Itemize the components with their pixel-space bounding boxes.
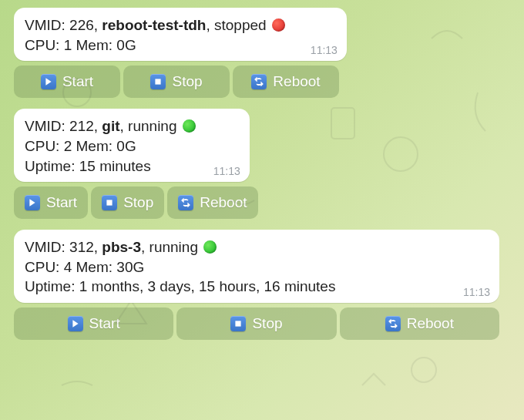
uptime-label: Uptime: bbox=[25, 278, 75, 294]
reboot-label: Reboot bbox=[200, 194, 247, 211]
vm-message: VMID: 212, git, running CPU: 2 Mem: 0G U… bbox=[14, 109, 250, 182]
mem-value: 0G bbox=[116, 138, 136, 154]
vm-status: running bbox=[128, 118, 176, 134]
start-button[interactable]: Start bbox=[14, 186, 88, 219]
reboot-button[interactable]: Reboot bbox=[233, 66, 339, 98]
vm-name: reboot-test-tdh bbox=[102, 17, 206, 33]
reboot-icon bbox=[178, 195, 193, 210]
mem-label: Mem: bbox=[76, 37, 113, 53]
svg-rect-7 bbox=[236, 321, 241, 327]
svg-rect-5 bbox=[156, 79, 161, 85]
start-button[interactable]: Start bbox=[14, 66, 120, 98]
start-label: Start bbox=[46, 194, 77, 211]
vm-status: stopped bbox=[214, 17, 267, 33]
timestamp: 11:13 bbox=[311, 44, 338, 56]
timestamp: 11:13 bbox=[463, 286, 490, 298]
start-label: Start bbox=[89, 315, 120, 332]
start-button[interactable]: Start bbox=[14, 307, 173, 340]
stop-label: Stop bbox=[252, 315, 282, 332]
status-dot-icon bbox=[183, 119, 196, 133]
vm-status: running bbox=[149, 239, 198, 255]
svg-rect-6 bbox=[107, 200, 113, 206]
vmid-value: 212 bbox=[69, 118, 94, 134]
cpu-label: CPU: bbox=[25, 259, 59, 275]
reboot-icon bbox=[385, 316, 401, 331]
cpu-value: 1 bbox=[64, 37, 72, 53]
uptime-value: 15 minutes bbox=[79, 158, 151, 174]
vm-name: pbs-3 bbox=[102, 239, 141, 255]
vm-message: VMID: 226, reboot-test-tdh, stopped CPU:… bbox=[14, 8, 347, 61]
play-icon bbox=[25, 195, 40, 210]
uptime-label: Uptime: bbox=[25, 158, 75, 174]
vm-name: git bbox=[102, 118, 119, 134]
reboot-icon bbox=[251, 74, 267, 89]
mem-label: Mem: bbox=[76, 259, 113, 275]
cpu-value: 2 bbox=[64, 138, 72, 154]
cpu-value: 4 bbox=[64, 259, 72, 275]
vm-message: VMID: 312, pbs-3, running CPU: 4 Mem: 30… bbox=[14, 230, 499, 303]
mem-value: 30G bbox=[116, 259, 144, 275]
button-row: Start Stop Reboot bbox=[14, 186, 258, 219]
stop-icon bbox=[150, 74, 166, 89]
stop-button[interactable]: Stop bbox=[91, 186, 164, 219]
stop-icon bbox=[230, 316, 246, 331]
stop-button[interactable]: Stop bbox=[176, 307, 336, 340]
vmid-value: 312 bbox=[69, 239, 94, 255]
play-icon bbox=[68, 316, 83, 331]
svg-point-4 bbox=[411, 358, 436, 382]
stop-label: Stop bbox=[172, 73, 202, 90]
mem-value: 0G bbox=[116, 37, 136, 53]
vmid-value: 226 bbox=[69, 17, 94, 33]
status-dot-icon bbox=[203, 240, 217, 254]
vmid-label: VMID: bbox=[25, 17, 66, 33]
vmid-label: VMID: bbox=[25, 239, 66, 255]
reboot-label: Reboot bbox=[407, 315, 454, 332]
start-label: Start bbox=[62, 73, 93, 90]
button-row: Start Stop Reboot bbox=[14, 307, 499, 340]
cpu-label: CPU: bbox=[25, 138, 59, 154]
mem-label: Mem: bbox=[76, 138, 113, 154]
reboot-button[interactable]: Reboot bbox=[167, 186, 257, 219]
stop-button[interactable]: Stop bbox=[123, 66, 230, 98]
status-dot-icon bbox=[272, 18, 285, 32]
button-row: Start Stop Reboot bbox=[14, 66, 339, 98]
uptime-value: 1 months, 3 days, 15 hours, 16 minutes bbox=[79, 278, 336, 294]
play-icon bbox=[41, 74, 56, 89]
stop-label: Stop bbox=[123, 194, 153, 211]
timestamp: 11:13 bbox=[213, 165, 240, 177]
vmid-label: VMID: bbox=[25, 118, 66, 134]
stop-icon bbox=[102, 195, 117, 210]
reboot-button[interactable]: Reboot bbox=[340, 307, 499, 340]
cpu-label: CPU: bbox=[25, 37, 59, 53]
reboot-label: Reboot bbox=[273, 73, 320, 90]
